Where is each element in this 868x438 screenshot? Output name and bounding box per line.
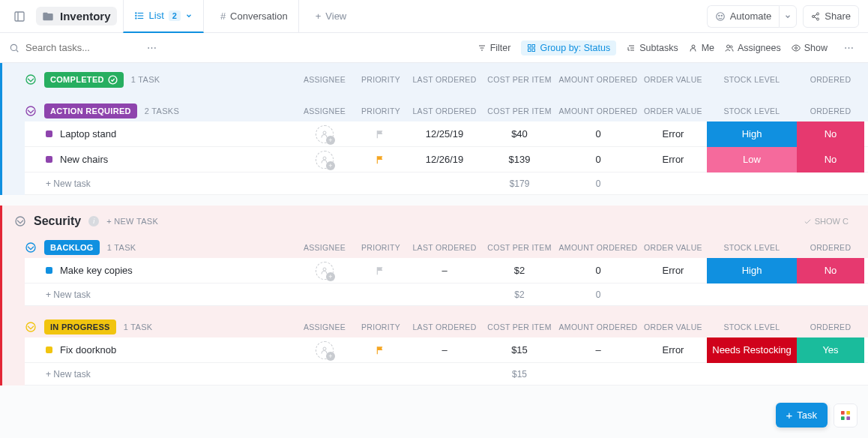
ordered-cell[interactable]: No (797, 258, 864, 284)
last-ordered-cell[interactable]: – (407, 344, 482, 356)
subtasks-button[interactable]: Subtasks (627, 43, 678, 53)
svg-rect-22 (532, 44, 535, 47)
show-closed-link[interactable]: SHOW C (804, 217, 849, 226)
task-name: Laptop stand (60, 128, 116, 140)
svg-point-13 (817, 18, 819, 20)
cost-cell[interactable]: $139 (482, 154, 557, 165)
task-name: Fix doorknob (60, 344, 116, 356)
cost-cell[interactable]: $40 (482, 128, 557, 140)
svg-point-5 (135, 12, 136, 13)
amount-cell[interactable]: 0 (557, 265, 639, 276)
last-ordered-cell[interactable]: 12/25/19 (407, 128, 482, 140)
ordered-cell[interactable]: Yes (797, 338, 864, 363)
status-pill[interactable]: BACKLOG (44, 240, 100, 255)
task-count: 2 TASKS (145, 106, 179, 116)
task-row[interactable]: New chairs12/26/19$1390ErrorLowNo (25, 147, 868, 172)
folder-name: Inventory (60, 10, 111, 22)
apps-button[interactable] (834, 404, 858, 428)
more-toolbar-button[interactable]: ⋯ (838, 38, 859, 58)
amount-cell[interactable]: 0 (557, 128, 639, 140)
group-header: BACKLOG1 TASKASSIGNEEPRIORITYLAST ORDERE… (25, 237, 868, 258)
svg-point-7 (135, 17, 136, 18)
status-group: ACTION REQUIRED2 TASKSASSIGNEEPRIORITYLA… (25, 100, 868, 195)
new-task-link[interactable]: + New task (46, 369, 91, 380)
tab-conversation[interactable]: # Conversation (210, 0, 299, 33)
priority-cell[interactable] (355, 266, 407, 276)
svg-rect-48 (841, 416, 845, 420)
status-pill[interactable]: IN PROGRESS (44, 320, 116, 334)
group-by-button[interactable]: Group by: Status (521, 40, 616, 56)
status-pill[interactable]: ACTION REQUIRED (44, 104, 137, 118)
add-view-button[interactable]: + View (305, 10, 358, 22)
me-button[interactable]: Me (689, 43, 714, 53)
sidebar-toggle-button[interactable] (9, 6, 30, 27)
share-icon (811, 12, 820, 21)
ordered-cell[interactable]: No (797, 147, 864, 172)
stock-level-cell[interactable]: Low (707, 147, 797, 172)
status-group: BACKLOG1 TASKASSIGNEEPRIORITYLAST ORDERE… (25, 237, 868, 306)
tab-conversation-label: Conversation (230, 10, 288, 22)
filter-toolbar: ⋯ Filter Group by: Status Subtasks Me As… (0, 33, 868, 63)
show-button[interactable]: Show (792, 43, 828, 53)
svg-point-8 (716, 12, 724, 20)
add-assignee-button[interactable] (316, 341, 334, 359)
new-task-link[interactable]: + New task (46, 178, 91, 189)
status-pill[interactable]: COMPLETED (44, 72, 124, 88)
cost-cell[interactable]: $15 (482, 344, 557, 356)
folder-title[interactable]: Inventory (36, 7, 117, 26)
search-input[interactable] (25, 42, 130, 53)
new-task-link[interactable]: + NEW TASK (106, 217, 158, 226)
status-square (46, 267, 52, 274)
info-icon[interactable]: i (88, 216, 99, 226)
priority-cell[interactable] (355, 129, 407, 140)
task-name: Make key copies (60, 265, 133, 276)
amount-cell[interactable]: – (557, 344, 639, 356)
last-ordered-cell[interactable]: 12/26/19 (407, 154, 482, 165)
add-assignee-button[interactable] (316, 125, 334, 143)
order-value-cell[interactable]: Error (639, 344, 707, 356)
svg-point-9 (718, 15, 719, 16)
add-assignee-button[interactable] (316, 151, 334, 169)
automate-label: Automate (730, 10, 772, 22)
task-row[interactable]: Fix doorknob–$15–ErrorNeeds RestockingYe… (25, 338, 868, 363)
priority-cell[interactable] (355, 154, 407, 165)
tab-list-label: List (149, 10, 164, 21)
order-value-cell[interactable]: Error (639, 128, 707, 140)
last-ordered-cell[interactable]: – (407, 265, 482, 276)
cost-cell[interactable]: $2 (482, 265, 557, 276)
automate-button[interactable]: Automate (707, 5, 780, 28)
apps-icon (840, 410, 852, 422)
tab-list-count: 2 (169, 10, 181, 21)
filter-button[interactable]: Filter (477, 43, 511, 53)
svg-line-17 (16, 50, 19, 52)
task-row[interactable]: Laptop stand12/25/19$400ErrorHighNo (25, 122, 868, 147)
order-value-cell[interactable]: Error (639, 154, 707, 165)
more-search-button[interactable]: ⋯ (141, 38, 162, 58)
filter-icon (477, 44, 486, 52)
stock-level-cell[interactable]: High (707, 258, 797, 284)
search-icon (9, 43, 19, 53)
priority-cell[interactable] (355, 345, 407, 356)
amount-cell[interactable]: 0 (557, 154, 639, 165)
stock-level-cell[interactable]: Needs Restocking (707, 338, 797, 363)
task-count: 1 TASK (107, 243, 136, 252)
tab-list[interactable]: List 2 (123, 0, 204, 33)
new-task-fab[interactable]: + Task (776, 403, 828, 428)
add-assignee-button[interactable] (316, 262, 334, 280)
new-task-link[interactable]: + New task (46, 290, 91, 300)
group-totals: + New task$20 (25, 284, 868, 306)
assignees-button[interactable]: Assignees (725, 43, 781, 53)
share-button[interactable]: Share (803, 5, 859, 28)
list-name[interactable]: Security (34, 214, 81, 228)
people-icon (725, 44, 734, 52)
automate-dropdown[interactable] (779, 5, 797, 28)
ordered-cell[interactable]: No (797, 122, 864, 147)
svg-rect-47 (846, 411, 850, 415)
svg-point-41 (323, 268, 326, 271)
task-row[interactable]: Make key copies–$20ErrorHighNo (25, 258, 868, 284)
svg-point-34 (26, 106, 35, 116)
stock-level-cell[interactable]: High (707, 122, 797, 147)
order-value-cell[interactable]: Error (639, 265, 707, 276)
chevron-down-icon (185, 12, 193, 20)
svg-point-11 (817, 13, 819, 15)
